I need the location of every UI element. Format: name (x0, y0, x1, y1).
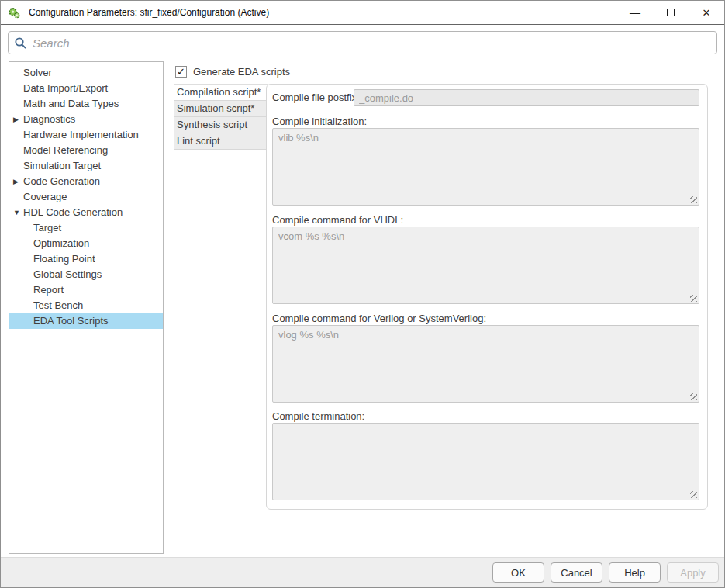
generate-eda-scripts-label: Generate EDA scripts (193, 66, 290, 78)
tree-item-global-settings[interactable]: Global Settings (9, 267, 163, 282)
tree-item-coverage[interactable]: Coverage (9, 189, 163, 205)
compile-file-postfix-input[interactable] (354, 89, 699, 106)
configuration-parameters-dialog: Configuration Parameters: sfir_fixed/Con… (0, 0, 725, 588)
compile-termination-field (272, 423, 699, 500)
generate-eda-scripts-row: ✓ Generate EDA scripts (175, 66, 290, 78)
tree-item-floating-point[interactable]: Floating Point (9, 251, 163, 267)
tree-item-simulation-target[interactable]: Simulation Target (9, 158, 163, 174)
checkmark-icon: ✓ (177, 67, 185, 77)
tree-item-data-import-export[interactable]: Data Import/Export (9, 81, 163, 96)
search-icon (14, 36, 27, 50)
tree-item-report[interactable]: Report (9, 282, 163, 298)
tree-item-hardware-implementation[interactable]: Hardware Implementation (9, 127, 163, 143)
window-controls: — ✕ (617, 1, 724, 24)
triangle-right-icon[interactable]: ▶ (13, 174, 22, 189)
maximize-button[interactable] (653, 1, 689, 24)
compile-command-vhdl-field: vcom %s %s\n (272, 227, 699, 304)
tab-compilation-script[interactable]: Compilation script* (174, 85, 268, 101)
compilation-script-panel: Compile file postfix: Compile initializa… (266, 84, 708, 510)
generate-eda-scripts-checkbox[interactable]: ✓ (175, 66, 187, 78)
resize-grip-icon[interactable] (690, 393, 697, 400)
search-box[interactable] (8, 31, 717, 54)
compile-command-vhdl-textarea[interactable]: vcom %s %s\n (272, 227, 699, 304)
resize-grip-icon[interactable] (690, 491, 697, 498)
tree-item-math-and-data-types[interactable]: Math and Data Types (9, 96, 163, 112)
help-button[interactable]: Help (609, 562, 661, 583)
close-icon: ✕ (703, 7, 711, 19)
ok-button[interactable]: OK (492, 562, 544, 583)
search-input[interactable] (33, 36, 711, 50)
compile-initialization-field: vlib %s\n (272, 128, 699, 206)
search-row (1, 26, 724, 61)
apply-button[interactable]: Apply (667, 562, 719, 583)
compile-command-vhdl-label: Compile command for VHDL: (272, 214, 403, 226)
compile-initialization-label: Compile initialization: (272, 116, 367, 127)
simulink-settings-icon (8, 6, 21, 19)
tree-item-code-generation[interactable]: ▶Code Generation (9, 174, 163, 189)
tree-item-optimization[interactable]: Optimization (9, 236, 163, 251)
tree-item-solver[interactable]: Solver (9, 65, 163, 81)
titlebar: Configuration Parameters: sfir_fixed/Con… (1, 1, 724, 25)
compile-termination-textarea[interactable] (272, 423, 699, 500)
compile-command-verilog-label: Compile command for Verilog or SystemVer… (272, 313, 486, 324)
compile-command-verilog-textarea[interactable]: vlog %s %s\n (272, 325, 699, 403)
tab-simulation-script[interactable]: Simulation script* (174, 101, 268, 117)
minimize-icon: — (630, 7, 640, 18)
dialog-footer: OK Cancel Help Apply (1, 557, 724, 587)
settings-tree: Solver Data Import/Export Math and Data … (9, 61, 164, 554)
tree-item-diagnostics[interactable]: ▶Diagnostics (9, 112, 163, 127)
tree-item-model-referencing[interactable]: Model Referencing (9, 143, 163, 158)
resize-grip-icon[interactable] (690, 196, 697, 203)
tree-item-hdl-code-generation[interactable]: ▼HDL Code Generation (9, 205, 163, 220)
triangle-right-icon[interactable]: ▶ (13, 112, 22, 127)
cancel-button[interactable]: Cancel (551, 562, 602, 583)
triangle-down-icon[interactable]: ▼ (13, 205, 22, 220)
tree-item-test-bench[interactable]: Test Bench (9, 298, 163, 313)
tree-item-target[interactable]: Target (9, 220, 163, 236)
maximize-icon (667, 9, 675, 16)
compile-command-verilog-field: vlog %s %s\n (272, 325, 699, 403)
tab-synthesis-script[interactable]: Synthesis script (174, 117, 268, 133)
tree-item-eda-tool-scripts[interactable]: EDA Tool Scripts (9, 313, 163, 329)
window-title: Configuration Parameters: sfir_fixed/Con… (29, 7, 269, 18)
minimize-button[interactable]: — (617, 1, 653, 24)
resize-grip-icon[interactable] (690, 295, 697, 302)
compile-file-postfix-label: Compile file postfix: (272, 92, 360, 103)
tab-lint-script[interactable]: Lint script (174, 133, 268, 150)
compile-initialization-textarea[interactable]: vlib %s\n (272, 128, 699, 206)
close-button[interactable]: ✕ (689, 1, 724, 24)
script-type-list: Compilation script* Simulation script* S… (174, 84, 268, 150)
compile-termination-label: Compile termination: (272, 410, 364, 422)
